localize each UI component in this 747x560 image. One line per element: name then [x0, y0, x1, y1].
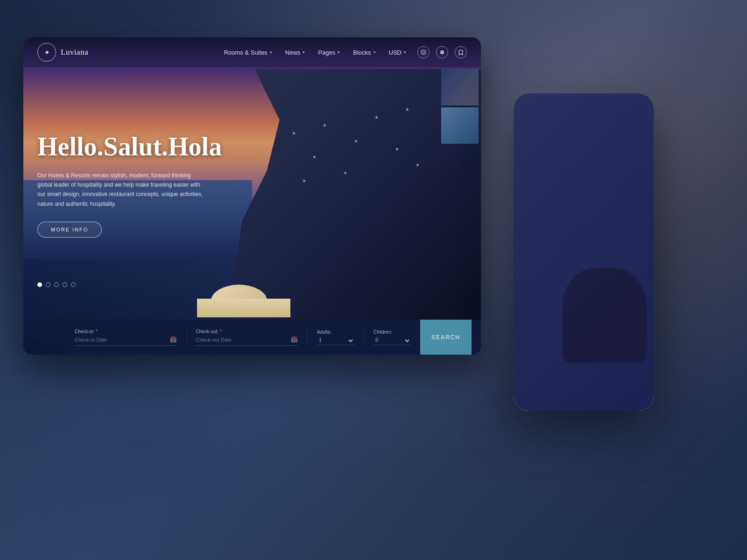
slider-dot-4[interactable] — [63, 282, 67, 287]
svg-point-5 — [443, 52, 444, 53]
brand-name: Luviana — [61, 48, 88, 57]
nav-icons — [417, 46, 467, 58]
light-dot — [407, 109, 408, 110]
slider-dot-3[interactable] — [54, 282, 59, 287]
children-label: Children: — [374, 329, 411, 335]
divider-2 — [307, 328, 308, 347]
nav-item-blocks[interactable]: Blocks ▾ — [353, 49, 375, 56]
svg-point-1 — [423, 51, 425, 54]
checkout-field: Check-out: * 📅 — [196, 329, 298, 346]
divider-1 — [186, 328, 187, 347]
chevron-down-icon: ▾ — [374, 50, 376, 55]
dome-structure — [197, 261, 290, 317]
nav-item-pages[interactable]: Pages ▾ — [318, 49, 340, 56]
tripadvisor-icon[interactable] — [436, 46, 448, 58]
chevron-down-icon: ▾ — [404, 50, 406, 55]
search-button-bar[interactable]: SEARCH — [420, 320, 472, 355]
calendar-icon: 📅 — [169, 336, 177, 343]
mobile-room-image — [584, 317, 654, 382]
light-dot — [293, 133, 295, 134]
hero-subtitle: Our Hotels & Resorts remain stylish, mod… — [37, 171, 205, 209]
instagram-icon[interactable] — [417, 46, 430, 58]
light-dot — [324, 125, 325, 126]
hero-title: Hello.Salut.Hola — [37, 133, 233, 161]
cliff-lights — [252, 85, 458, 244]
svg-rect-0 — [421, 50, 426, 55]
light-dot — [417, 164, 418, 166]
svg-point-4 — [441, 52, 442, 53]
svg-point-3 — [440, 50, 444, 54]
slider-dot-2[interactable] — [46, 282, 50, 287]
svg-point-2 — [424, 51, 425, 51]
slider-dot-1[interactable] — [37, 282, 42, 287]
light-dot — [345, 172, 346, 174]
mobile-mockup: Check-in: * Check-in Date Check-out: — [514, 93, 654, 411]
thumbnail-1[interactable] — [441, 69, 479, 105]
checkout-label: Check-out: * — [196, 329, 298, 334]
light-dot — [303, 180, 305, 182]
adults-label: Adults: — [317, 329, 354, 335]
nav-item-currency[interactable]: USD ▾ — [389, 49, 406, 56]
nav-item-news[interactable]: News ▾ — [285, 49, 305, 56]
checkin-field: Check-in: * 📅 — [75, 329, 177, 346]
laptop-mockup: ✦ Luviana Rooms & Suites ▾ News ▾ Pages … — [23, 37, 481, 355]
children-select[interactable]: 0 1 2 3 — [374, 336, 411, 345]
light-dot — [355, 140, 357, 142]
more-info-button[interactable]: MORE INFO — [37, 222, 102, 238]
children-field: Children: 0 1 2 3 — [374, 329, 411, 345]
laptop-screen: ✦ Luviana Rooms & Suites ▾ News ▾ Pages … — [23, 37, 481, 355]
mobile-image-section — [514, 252, 654, 382]
light-dot — [396, 148, 398, 150]
calendar-icon-2: 📅 — [290, 336, 298, 343]
chevron-down-icon: ▾ — [270, 50, 272, 55]
nav-links: Rooms & Suites ▾ News ▾ Pages ▾ Blocks ▾ — [224, 49, 406, 56]
light-dot — [314, 156, 315, 158]
checkin-input-wrapper: 📅 — [75, 336, 177, 346]
logo-area: ✦ Luviana — [37, 43, 88, 62]
checkin-label: Check-in: * — [75, 329, 177, 334]
nav-item-rooms[interactable]: Rooms & Suites ▾ — [224, 49, 272, 56]
logo-icon: ✦ — [37, 43, 56, 62]
bookmark-icon[interactable] — [455, 46, 467, 58]
thumbnail-2[interactable] — [441, 107, 479, 144]
checkout-input[interactable] — [196, 337, 291, 343]
slider-dots — [37, 282, 76, 287]
car-silhouette — [563, 268, 647, 363]
checkin-required: * — [96, 329, 98, 334]
hero-content: Hello.Salut.Hola Our Hotels & Resorts re… — [37, 133, 233, 238]
booking-bar: Check-in: * 📅 Check-out: * — [65, 320, 481, 355]
checkout-input-wrapper: 📅 — [196, 336, 298, 346]
chevron-down-icon: ▾ — [338, 50, 340, 55]
navbar: ✦ Luviana Rooms & Suites ▾ News ▾ Pages … — [23, 37, 481, 67]
chevron-down-icon: ▾ — [303, 50, 305, 55]
adults-field: Adults: 1 2 3 4 — [317, 329, 354, 345]
checkout-required: * — [220, 329, 222, 334]
divider-3 — [364, 328, 364, 347]
scene: ✦ Luviana Rooms & Suites ▾ News ▾ Pages … — [0, 0, 747, 560]
dome-base — [197, 299, 290, 317]
adults-select[interactable]: 1 2 3 4 — [317, 336, 354, 345]
light-dot — [376, 117, 377, 118]
thumbnail-strip — [441, 69, 481, 146]
checkin-input[interactable] — [75, 337, 169, 343]
slider-dot-5[interactable] — [71, 282, 76, 287]
